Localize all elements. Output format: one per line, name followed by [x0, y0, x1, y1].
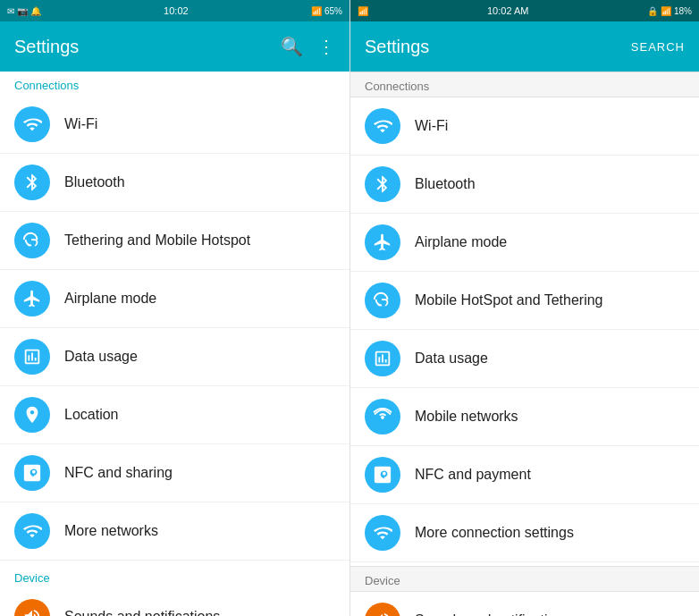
right-more-connection-label: More connection settings [415, 525, 574, 541]
right-item-mobile-networks[interactable]: Mobile networks [350, 388, 699, 446]
right-hotspot-label: Mobile HotSpot and Tethering [415, 292, 603, 308]
right-item-sounds[interactable]: Sounds and notifications [350, 592, 699, 616]
right-item-data[interactable]: Data usage [350, 330, 699, 388]
right-sound-icon [365, 603, 400, 616]
left-item-sounds[interactable]: Sounds and notifications [0, 588, 350, 616]
right-section-device: Device [350, 566, 699, 592]
more-networks-label: More networks [64, 523, 158, 539]
right-item-nfc[interactable]: NFC and payment [350, 446, 699, 504]
right-sounds-label: Sounds and notifications [415, 612, 570, 616]
right-search-button[interactable]: SEARCH [631, 40, 685, 54]
right-mobile-networks-label: Mobile networks [415, 409, 518, 425]
left-time: 10:02 [164, 5, 189, 16]
left-item-location[interactable]: Location [0, 386, 350, 444]
right-mobile-networks-icon [365, 399, 400, 435]
nfc-icon [14, 455, 50, 491]
right-item-bluetooth[interactable]: Bluetooth [350, 156, 699, 214]
hotspot-icon [14, 223, 50, 258]
right-nfc-icon [365, 457, 400, 493]
left-more-icon[interactable]: ⋮ [317, 36, 335, 57]
data-label: Data usage [64, 349, 138, 365]
left-item-more-networks[interactable]: More networks [0, 502, 350, 561]
location-icon [14, 397, 50, 433]
right-app-title: Settings [365, 37, 429, 57]
sound-icon [14, 599, 50, 616]
wifi-icon [14, 106, 50, 142]
left-status-right-icons: 📶 65% [311, 6, 342, 16]
left-item-data[interactable]: Data usage [0, 328, 350, 386]
right-data-label: Data usage [415, 350, 488, 367]
right-wifi-icon [365, 108, 400, 144]
right-item-hotspot[interactable]: Mobile HotSpot and Tethering [350, 272, 699, 330]
right-nfc-label: NFC and payment [415, 467, 531, 483]
airplane-icon [14, 281, 50, 316]
right-item-airplane[interactable]: Airplane mode [350, 214, 699, 272]
bluetooth-label: Bluetooth [64, 174, 125, 190]
right-bluetooth-label: Bluetooth [415, 176, 476, 192]
right-bluetooth-icon [365, 166, 400, 202]
sounds-label: Sounds and notifications [64, 609, 220, 616]
right-status-right-icons: 🔒 📶 18% [647, 6, 692, 16]
right-section-connections: Connections [350, 72, 699, 97]
right-wifi-label: Wi-Fi [415, 118, 448, 134]
left-scroll-area: Connections Wi-Fi Bluetooth Tethering an… [0, 72, 350, 616]
right-time: 10:02 AM [487, 5, 528, 16]
left-item-airplane[interactable]: Airplane mode [0, 270, 350, 328]
right-airplane-icon [365, 224, 400, 260]
left-status-bar: ✉ 📷 🔔 10:02 📶 65% [0, 0, 350, 21]
left-item-wifi[interactable]: Wi-Fi [0, 96, 350, 154]
right-scroll-area: Connections Wi-Fi Bluetooth Airplane mod… [350, 72, 699, 616]
left-item-tethering[interactable]: Tethering and Mobile Hotspot [0, 212, 350, 270]
right-airplane-label: Airplane mode [415, 234, 507, 250]
right-status-bar: 📶 10:02 AM 🔒 📶 18% [350, 0, 699, 21]
right-item-more-connection[interactable]: More connection settings [350, 504, 699, 562]
left-panel: ✉ 📷 🔔 10:02 📶 65% Settings 🔍 ⋮ Connectio… [0, 0, 350, 616]
left-item-bluetooth[interactable]: Bluetooth [0, 154, 350, 212]
left-app-bar: Settings 🔍 ⋮ [0, 21, 350, 72]
right-app-bar: Settings SEARCH [350, 21, 699, 72]
location-label: Location [64, 407, 119, 423]
right-item-wifi[interactable]: Wi-Fi [350, 97, 699, 156]
right-more-connection-icon [365, 515, 400, 551]
left-search-icon[interactable]: 🔍 [281, 36, 303, 57]
right-status-left-icons: 📶 [358, 6, 368, 16]
tethering-label: Tethering and Mobile Hotspot [64, 232, 250, 249]
nfc-label: NFC and sharing [64, 465, 173, 481]
left-app-title: Settings [14, 37, 79, 57]
right-hotspot-icon [365, 283, 400, 318]
left-status-left-icons: ✉ 📷 🔔 [7, 6, 41, 16]
left-item-nfc[interactable]: NFC and sharing [0, 444, 350, 502]
left-section-device: Device [0, 564, 350, 588]
right-data-icon [365, 341, 400, 376]
left-section-connections: Connections [0, 72, 350, 96]
right-panel: 📶 10:02 AM 🔒 📶 18% Settings SEARCH Conne… [350, 0, 699, 616]
more-networks-icon [14, 513, 50, 549]
wifi-label: Wi-Fi [64, 116, 97, 132]
bluetooth-icon [14, 165, 50, 200]
airplane-label: Airplane mode [64, 291, 156, 307]
data-icon [14, 339, 50, 375]
left-app-actions: 🔍 ⋮ [281, 36, 335, 57]
